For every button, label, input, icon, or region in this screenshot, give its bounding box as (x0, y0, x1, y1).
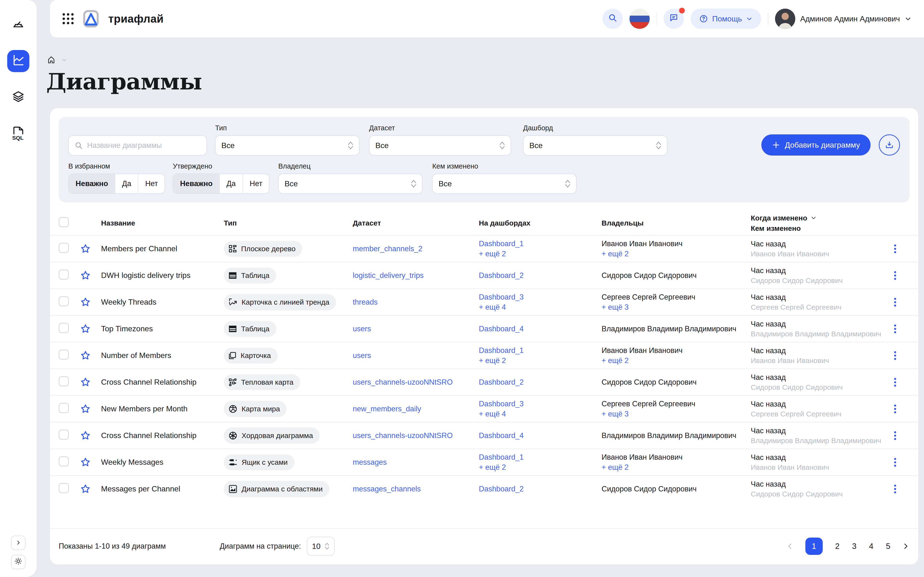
dataset-link[interactable]: member_channels_2 (353, 245, 423, 253)
dashboard-link[interactable]: Dashboard_2 (479, 378, 602, 387)
dashboard-link[interactable]: Dashboard_1 (479, 453, 602, 462)
favorite-star-icon[interactable] (80, 484, 101, 495)
add-diagram-button[interactable]: Добавить диаграмму (761, 134, 871, 156)
row-checkbox[interactable] (59, 296, 69, 306)
more-dashboards-link[interactable]: + ещё 4 (479, 303, 602, 311)
app-grid-icon[interactable] (63, 13, 74, 24)
dataset-link[interactable]: users_channels-uzooNNtSRO (353, 378, 452, 386)
per-page-select[interactable]: 10 (307, 537, 335, 556)
select-all-checkbox[interactable] (59, 217, 69, 227)
row-checkbox[interactable] (59, 456, 69, 466)
dashboard-link[interactable]: Dashboard_2 (479, 271, 602, 280)
column-header-owners[interactable]: Владельцы (602, 219, 751, 227)
row-menu-kebab-icon[interactable] (890, 378, 900, 387)
dashboard-link[interactable]: Dashboard_3 (479, 400, 602, 408)
dataset-select[interactable]: Все (369, 135, 511, 156)
dashboard-select[interactable]: Все (523, 135, 667, 156)
column-header-type[interactable]: Тип (224, 219, 353, 227)
row-menu-kebab-icon[interactable] (890, 405, 900, 413)
favorite-star-icon[interactable] (80, 323, 101, 334)
help-button[interactable]: Помощь (691, 9, 761, 29)
more-dashboards-link[interactable]: + ещё 4 (479, 410, 602, 418)
dataset-link[interactable]: users (353, 351, 371, 359)
dataset-link[interactable]: messages_channels (353, 485, 421, 493)
dashboard-link[interactable]: Dashboard_4 (479, 324, 602, 333)
sidebar-item-diagrams[interactable] (7, 50, 29, 72)
approved-option-any[interactable]: Неважно (173, 174, 219, 193)
dataset-link[interactable]: new_members_daily (353, 405, 421, 413)
row-checkbox[interactable] (59, 376, 69, 386)
column-header-name[interactable]: Название (101, 219, 224, 227)
dataset-link[interactable]: users (353, 324, 371, 333)
theme-toggle-button[interactable] (11, 555, 26, 569)
row-checkbox[interactable] (59, 269, 69, 280)
row-menu-kebab-icon[interactable] (890, 298, 900, 306)
row-menu-kebab-icon[interactable] (890, 324, 900, 333)
page-button-5[interactable]: 5 (886, 542, 890, 551)
favorite-star-icon[interactable] (80, 403, 101, 414)
column-header-dashboards[interactable]: На дашбордах (479, 219, 602, 227)
dataset-link[interactable]: threads (353, 298, 378, 306)
favorite-star-icon[interactable] (80, 350, 101, 361)
chevron-down-icon[interactable] (61, 57, 67, 63)
prev-page-icon[interactable] (786, 542, 794, 550)
more-owners-link[interactable]: + ещё 2 (602, 356, 751, 365)
row-checkbox[interactable] (59, 323, 69, 333)
favorite-star-icon[interactable] (80, 243, 101, 255)
column-header-dataset[interactable]: Датасет (353, 219, 479, 227)
search-button[interactable] (603, 9, 623, 29)
favorite-star-icon[interactable] (80, 377, 101, 388)
favorite-option-any[interactable]: Неважно (69, 174, 115, 193)
approved-option-no[interactable]: Нет (242, 174, 269, 193)
next-page-icon[interactable] (902, 542, 909, 550)
feedback-button[interactable] (664, 9, 684, 29)
more-owners-link[interactable]: + ещё 3 (602, 410, 751, 418)
dashboard-link[interactable]: Dashboard_4 (479, 431, 602, 440)
dataset-link[interactable]: users_channels-uzooNNtSRO (353, 431, 452, 440)
favorite-option-no[interactable]: Нет (138, 174, 165, 193)
page-button-4[interactable]: 4 (869, 542, 873, 551)
home-icon[interactable] (47, 56, 55, 64)
row-checkbox[interactable] (59, 403, 69, 413)
favorite-option-yes[interactable]: Да (115, 174, 138, 193)
favorite-star-icon[interactable] (80, 430, 101, 441)
favorite-star-icon[interactable] (80, 457, 101, 468)
favorite-star-icon[interactable] (80, 297, 101, 308)
owner-select[interactable]: Все (278, 174, 423, 194)
sidebar-item-datasets[interactable] (7, 87, 29, 109)
favorite-star-icon[interactable] (80, 270, 101, 281)
column-header-changed[interactable]: Когда изменено Кем изменено (751, 213, 890, 234)
row-checkbox[interactable] (59, 430, 69, 440)
row-menu-kebab-icon[interactable] (890, 431, 900, 440)
more-owners-link[interactable]: + ещё 3 (602, 303, 751, 311)
download-button[interactable] (879, 134, 900, 156)
sidebar-expand-button[interactable] (11, 536, 26, 550)
page-button-2[interactable]: 2 (835, 542, 840, 551)
row-checkbox[interactable] (59, 483, 69, 493)
row-menu-kebab-icon[interactable] (890, 245, 900, 253)
dashboard-link[interactable]: Dashboard_1 (479, 346, 602, 355)
more-dashboards-link[interactable]: + ещё 2 (479, 250, 602, 258)
more-owners-link[interactable]: + ещё 2 (602, 463, 751, 472)
dataset-link[interactable]: logistic_delivery_trips (353, 271, 424, 280)
approved-option-yes[interactable]: Да (219, 174, 242, 193)
sidebar-item-dashboards[interactable] (7, 13, 29, 35)
dataset-link[interactable]: messages (353, 458, 387, 466)
row-menu-kebab-icon[interactable] (890, 271, 900, 280)
more-dashboards-link[interactable]: + ещё 2 (479, 463, 602, 472)
page-button-1[interactable]: 1 (805, 538, 823, 555)
user-menu[interactable]: Админов Админ Админович (775, 9, 911, 29)
row-menu-kebab-icon[interactable] (890, 351, 900, 360)
dashboard-link[interactable]: Dashboard_3 (479, 293, 602, 301)
row-checkbox[interactable] (59, 350, 69, 359)
dashboard-link[interactable]: Dashboard_2 (479, 485, 602, 493)
row-menu-kebab-icon[interactable] (890, 458, 900, 467)
type-select[interactable]: Все (215, 135, 360, 156)
more-dashboards-link[interactable]: + ещё 2 (479, 356, 602, 365)
dashboard-link[interactable]: Dashboard_1 (479, 239, 602, 248)
search-input[interactable]: Название диаграммы (68, 135, 207, 156)
row-checkbox[interactable] (59, 243, 69, 253)
row-menu-kebab-icon[interactable] (890, 485, 900, 493)
language-flag-ru[interactable] (630, 9, 650, 29)
changed-by-select[interactable]: Все (432, 174, 577, 194)
